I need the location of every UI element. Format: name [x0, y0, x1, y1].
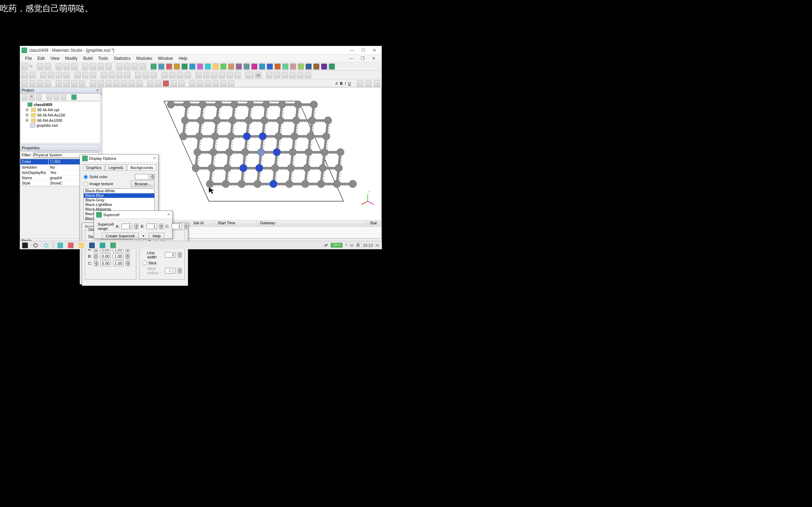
ime-indicator[interactable]: 英: [356, 243, 360, 248]
line-width-input[interactable]: [165, 252, 175, 258]
toolbar-button[interactable]: [29, 72, 36, 78]
tree-item[interactable]: ⊞66-N4-As1000: [21, 118, 99, 123]
copy-button[interactable]: [82, 72, 88, 78]
sc-c-spin[interactable]: ▴▾: [184, 224, 188, 229]
toolbar-button[interactable]: [21, 63, 28, 70]
toolbar-button[interactable]: [236, 63, 242, 70]
toolbar-button[interactable]: [220, 63, 227, 70]
clock[interactable]: 23:13: [363, 243, 373, 248]
proj-button[interactable]: [61, 94, 66, 100]
toolbar-button[interactable]: [189, 80, 196, 87]
toolbar-button[interactable]: [228, 63, 234, 70]
doc-close-button[interactable]: ✕: [368, 55, 379, 62]
jobs-col-jobid[interactable]: Job Id: [190, 220, 215, 226]
tree-root[interactable]: class0409: [21, 102, 99, 107]
new-button[interactable]: [40, 72, 47, 78]
toolbar-button[interactable]: [90, 80, 96, 87]
open-button[interactable]: [48, 72, 54, 78]
cut-button[interactable]: [74, 72, 81, 78]
toolbar-button[interactable]: [143, 72, 149, 78]
toolbar-button[interactable]: [135, 72, 141, 78]
toolbar-button[interactable]: [150, 63, 157, 70]
toolbar-button[interactable]: [178, 80, 185, 87]
toolbar-button[interactable]: [234, 72, 241, 78]
toolbar-button[interactable]: [71, 63, 78, 70]
toolbar-button[interactable]: [171, 80, 177, 87]
toolbar-button[interactable]: [98, 63, 104, 70]
line-width-spin[interactable]: ▴▾: [178, 252, 182, 258]
toolbar-button[interactable]: [228, 80, 234, 87]
toolbar-button[interactable]: [79, 80, 85, 87]
taskbar-app[interactable]: [66, 242, 76, 249]
menu-build[interactable]: Build: [80, 55, 95, 62]
toolbar-button[interactable]: [313, 63, 320, 70]
toolbar-button[interactable]: [155, 80, 161, 87]
toolbar-button[interactable]: [45, 63, 51, 70]
fx-button[interactable]: ƒx: [255, 72, 261, 78]
toolbar-button[interactable]: [37, 63, 43, 70]
project-tree[interactable]: class0409 ⊞66-Ni-N4 opt ⊞66-Ni-N4-As100 …: [20, 101, 100, 143]
cortana-button[interactable]: [41, 242, 51, 249]
toolbar-button[interactable]: [163, 80, 169, 87]
toolbar-button[interactable]: [82, 63, 88, 70]
c-min-spin[interactable]: ▴▾: [94, 261, 98, 266]
toolbar-button[interactable]: [181, 63, 188, 70]
menu-file[interactable]: File: [22, 55, 35, 62]
paste-button[interactable]: [90, 72, 96, 78]
maximize-button[interactable]: ☐: [358, 47, 369, 54]
sc-a-input[interactable]: [122, 224, 132, 229]
toolbar-button[interactable]: [329, 63, 335, 70]
toolbar-button[interactable]: [63, 63, 70, 70]
display-options-close-button[interactable]: ✕: [153, 156, 156, 161]
toolbar-button[interactable]: [289, 72, 296, 78]
toolbar-button[interactable]: [297, 72, 303, 78]
doc-minimize-button[interactable]: —: [346, 55, 357, 62]
tab-legends[interactable]: Legends: [105, 164, 126, 170]
toolbar-button[interactable]: [45, 80, 51, 87]
tree-item[interactable]: ⊞66-Ni-N4-As100: [21, 112, 99, 118]
proj-button[interactable]: [36, 94, 42, 100]
start-button[interactable]: [20, 242, 30, 249]
swatch-spinner[interactable]: ▴▾: [150, 174, 155, 180]
toolbar-button[interactable]: [150, 72, 157, 78]
toolbar-button[interactable]: [211, 72, 217, 78]
toolbar-button[interactable]: [298, 63, 304, 70]
toolbar-button[interactable]: [282, 63, 289, 70]
toolbar-button[interactable]: [71, 80, 78, 87]
b-min-spin[interactable]: ▴▾: [94, 254, 98, 259]
toolbar-button[interactable]: [227, 72, 233, 78]
proj-new-button[interactable]: [22, 94, 27, 100]
toolbar-button[interactable]: [281, 72, 288, 78]
taskbar-app-word[interactable]: [87, 242, 97, 249]
toolbar-button[interactable]: [56, 80, 62, 87]
toolbar-button[interactable]: [21, 80, 28, 87]
browse-button[interactable]: Browse...: [131, 181, 155, 187]
toolbar-button[interactable]: [169, 72, 175, 78]
toolbar-button[interactable]: [205, 63, 211, 70]
toolbar-button[interactable]: [259, 63, 265, 70]
toolbar-button[interactable]: [147, 80, 154, 87]
stick-radius-input[interactable]: [165, 268, 175, 274]
toolbar-button[interactable]: [305, 63, 312, 70]
tray-chevron-icon[interactable]: ^: [345, 243, 347, 248]
c-min-input[interactable]: [100, 261, 111, 266]
toolbar-button[interactable]: [129, 80, 135, 87]
toolbar-button[interactable]: [29, 80, 36, 87]
pointer-button[interactable]: [266, 72, 272, 78]
toolbar-button[interactable]: [166, 63, 172, 70]
b-min-input[interactable]: [100, 254, 111, 259]
menu-modules[interactable]: Modules: [134, 55, 155, 62]
image-texture-radio[interactable]: [83, 182, 88, 186]
toolbar-button[interactable]: [21, 72, 28, 78]
doc-restore-button[interactable]: ❐: [357, 55, 368, 62]
menu-tools[interactable]: Tools: [95, 55, 111, 62]
toolbar-button[interactable]: [290, 63, 296, 70]
c-max-spin[interactable]: ▴▾: [126, 261, 130, 266]
list-item[interactable]: Black-Gray: [84, 198, 154, 202]
align-right-button[interactable]: [374, 80, 380, 87]
proj-delete-button[interactable]: ✕: [29, 94, 35, 100]
save-button[interactable]: [56, 72, 62, 78]
notification-icon[interactable]: ▭: [376, 243, 379, 248]
toolbar-button[interactable]: [116, 72, 123, 78]
jobs-col-gateway[interactable]: Gateway: [257, 220, 367, 226]
